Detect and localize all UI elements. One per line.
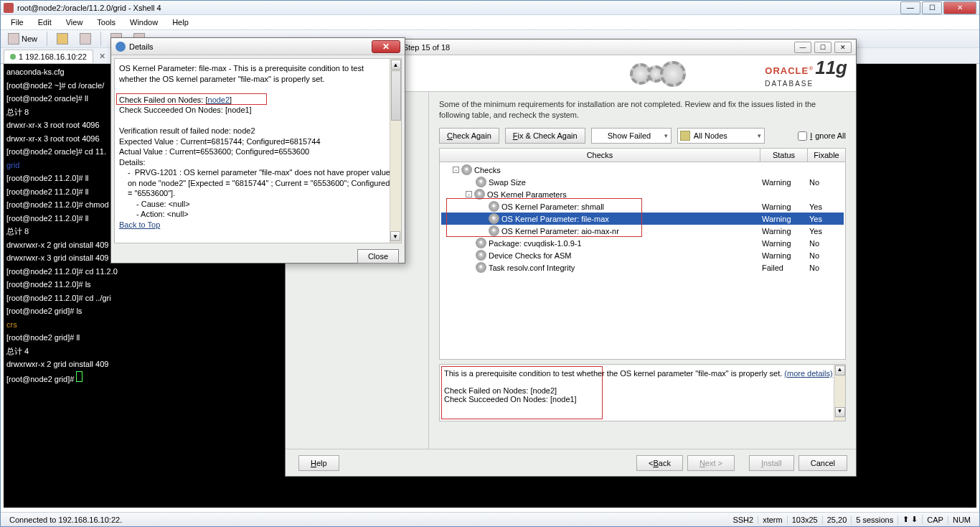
col-fixable: Fixable [808,149,845,162]
check-row[interactable]: -Checks [441,164,844,176]
scroll-down-icon[interactable]: ▼ [835,407,845,417]
check-status: Warning [759,227,806,235]
check-icon [489,201,499,212]
detail-failed: Check Failed on Nodes: [node2] [444,386,557,395]
check-fixable: No [806,178,844,187]
menu-window[interactable]: Window [123,16,165,29]
detail-panel: This is a prerequisite condition to test… [439,364,846,421]
show-filter-dropdown[interactable]: Show Failed [591,128,672,144]
check-fixable: No [806,264,844,272]
failed-node-link[interactable]: node2 [208,95,230,104]
status-sessions: 5 sessions [852,516,898,524]
check-icon [476,238,486,248]
details-cause: - Cause: <null> [119,199,394,210]
check-status: Warning [759,239,806,248]
toolbar-button[interactable] [75,31,95,47]
check-row[interactable]: OS Kernel Parameter: file-maxWarningYes [441,213,844,225]
check-row[interactable]: Swap SizeWarningNo [441,176,844,188]
details-titlebar[interactable]: Details ✕ [111,38,405,55]
details-label: Details: [119,157,394,168]
nodes-filter-dropdown[interactable]: All Nodes [677,128,765,144]
logo-oracle: ORACLE [765,65,809,76]
table-header: Checks Status Fixable [440,149,845,162]
next-button[interactable]: Next > [687,455,735,471]
minimize-button[interactable]: — [900,1,920,14]
menu-view[interactable]: View [59,16,90,29]
fix-check-again-button[interactable]: Fix & Check Again [505,128,585,144]
new-tab-button[interactable]: ✕ [93,50,111,63]
scrollbar[interactable]: ▲▼ [834,365,845,421]
check-fixable: Yes [806,202,844,211]
back-to-top-link[interactable]: Back to Top [119,220,160,229]
check-status: Failed [759,264,806,272]
check-row[interactable]: Package: cvuqdisk-1.0.9-1WarningNo [441,237,844,249]
nodes-icon [680,131,690,141]
xshell-statusbar: Connected to 192.168.16.10:22. SSH2 xter… [1,512,979,526]
action-buttons-row: Check Again Fix & Check Again Show Faile… [439,128,846,144]
check-row[interactable]: Device Checks for ASMWarningNo [441,249,844,261]
scroll-thumb[interactable] [391,70,401,121]
details-failed-line: Check Failed on Nodes: [node2] [119,95,394,106]
help-button[interactable]: Help [298,455,339,471]
check-icon [476,250,486,261]
scrollbar[interactable]: ▲▼ [390,59,401,243]
check-label: OS Kernel Parameter: file-max [501,215,609,223]
tree-expander-icon[interactable]: - [466,191,472,197]
oracle-logo: ORACLE® 11g DATABASE [765,57,847,88]
new-session-button[interactable]: New [4,31,42,47]
maximize-button[interactable]: ☐ [814,42,831,53]
wizard-content: Some of the minimum requirements for ins… [429,92,856,449]
check-row[interactable]: Task resolv.conf IntegrityFailedNo [441,261,844,274]
check-icon [474,189,485,200]
details-actual: Actual Value : Current=6553600; Configur… [119,146,394,157]
status-dot-icon [10,54,16,60]
check-fixable: No [806,239,844,248]
check-status: Warning [759,202,806,211]
ignore-all-checkbox[interactable]: Ignore All [798,131,846,141]
scroll-up-icon[interactable]: ▲ [835,365,845,376]
tree-expander-icon[interactable]: - [453,167,459,173]
check-icon [489,225,499,236]
scroll-up-icon[interactable]: ▲ [391,60,401,70]
more-details-link[interactable]: (more details) [784,369,832,378]
menu-help[interactable]: Help [165,16,196,29]
checks-tree[interactable]: -ChecksSwap SizeWarningNo-OS Kernel Para… [440,162,845,275]
maximize-button[interactable]: ☐ [922,1,942,14]
close-button[interactable]: ✕ [943,1,976,14]
cancel-button[interactable]: Cancel [798,455,847,471]
check-label: OS Kernel Parameter: aio-max-nr [501,227,619,235]
back-button[interactable]: < Back [636,455,683,471]
xshell-app-icon [4,3,14,13]
window-controls: — ☐ ✕ [899,1,976,14]
gear-icon [660,61,686,87]
details-dialog: Details ✕ OS Kernel Parameter: file-max … [110,37,405,264]
xshell-titlebar[interactable]: root@node2:/oracle/11.2.0/grid - Xshell … [1,1,979,15]
col-status: Status [760,149,808,162]
check-row[interactable]: OS Kernel Parameter: shmallWarningYes [441,200,844,213]
info-icon [116,42,126,52]
check-label: Swap Size [489,178,526,187]
menu-edit[interactable]: Edit [31,16,59,29]
check-status: Warning [759,251,806,260]
install-button[interactable]: Install [749,455,794,471]
status-caps: CAP [923,516,948,524]
minimize-button[interactable]: — [794,42,811,53]
scroll-down-icon[interactable]: ▼ [390,231,400,241]
details-description: OS Kernel Parameter: file-max - This is … [119,63,394,84]
col-checks: Checks [440,149,760,162]
close-button[interactable]: ✕ [372,40,400,53]
status-transfer-icon: ⬆ ⬇ [898,515,923,524]
check-again-button[interactable]: Check Again [439,128,499,144]
close-button[interactable]: Close [357,249,399,264]
check-row[interactable]: OS Kernel Parameter: aio-max-nrWarningYe… [441,225,844,237]
toolbar-open-icon[interactable] [52,31,72,47]
status-num: NUM [948,516,975,524]
check-row[interactable]: -OS Kernel Parameters [441,188,844,200]
status-dimensions: 103x25 [788,516,823,524]
separator [100,32,101,46]
menu-tools[interactable]: Tools [90,16,123,29]
close-button[interactable]: ✕ [834,42,852,53]
session-tab[interactable]: 1 192.168.16.10:22 [4,50,93,63]
menu-file[interactable]: File [4,16,31,29]
status-termtype: xterm [758,516,788,524]
